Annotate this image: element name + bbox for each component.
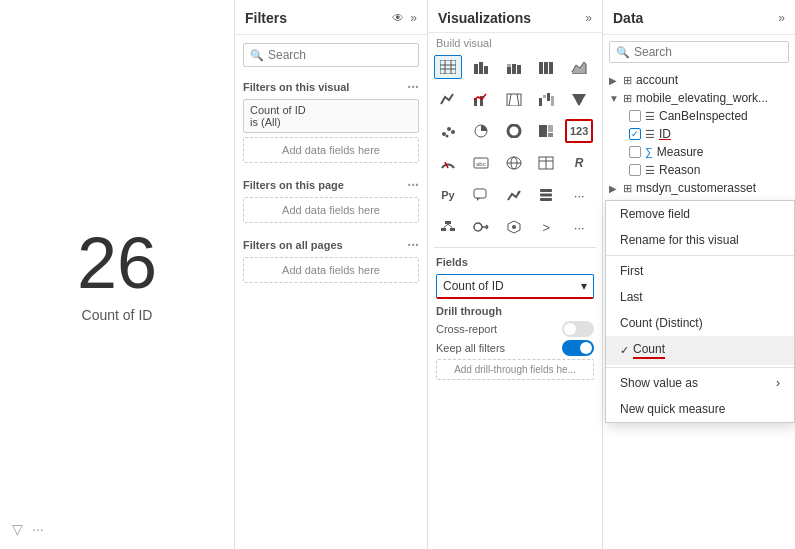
menu-item-last[interactable]: Last <box>606 284 794 310</box>
build-visual-label: Build visual <box>428 33 602 51</box>
menu-item-count[interactable]: ✓ Count <box>606 336 794 365</box>
svg-point-54 <box>474 223 482 231</box>
viz-icon-more[interactable]: ··· <box>565 183 593 207</box>
filter-icon[interactable]: ▽ <box>12 521 23 537</box>
viz-icon-funnel[interactable] <box>565 87 593 111</box>
viz-icon-kpi[interactable] <box>500 183 528 207</box>
viz-header-icons: » <box>585 11 592 25</box>
visualizations-panel: Visualizations » Build visual <box>428 0 603 549</box>
svg-rect-7 <box>484 66 488 74</box>
tree-item-measure[interactable]: ∑ Measure <box>629 143 789 161</box>
drill-through-title: Drill through <box>436 305 594 317</box>
viz-icon-combo[interactable] <box>467 87 495 111</box>
filters-on-visual-label: Filters on this visual <box>243 81 349 93</box>
tree-item-account[interactable]: ▶ ⊞ account <box>609 71 789 89</box>
viz-icon-r[interactable]: R <box>565 151 593 175</box>
svg-rect-20 <box>539 98 542 106</box>
svg-rect-5 <box>474 64 478 74</box>
svg-rect-12 <box>539 62 543 74</box>
viz-icons-row5: Py ··· <box>428 179 602 211</box>
more-icon[interactable]: ··· <box>32 521 44 537</box>
reason-label: Reason <box>659 163 700 177</box>
viz-icon-slicer[interactable] <box>532 183 560 207</box>
viz-icon-pie[interactable] <box>467 119 495 143</box>
viz-icon-ribbon[interactable] <box>500 87 528 111</box>
tree-item-canbe[interactable]: ☰ CanBeInspected <box>629 107 789 125</box>
viz-icon-qna[interactable] <box>467 183 495 207</box>
menu-item-rename[interactable]: Rename for this visual <box>606 227 794 253</box>
filters-on-page-more[interactable]: ··· <box>407 177 419 193</box>
filters-search-box[interactable]: 🔍 <box>243 43 419 67</box>
filter-item-count-id[interactable]: Count of ID is (All) <box>243 99 419 133</box>
filters-on-all-more[interactable]: ··· <box>407 237 419 253</box>
viz-icon-py[interactable]: Py <box>434 183 462 207</box>
add-data-fields-page[interactable]: Add data fields here <box>243 197 419 223</box>
cross-report-toggle[interactable] <box>562 321 594 337</box>
filters-on-visual-more[interactable]: ··· <box>407 79 419 95</box>
viz-icon-area[interactable] <box>565 55 593 79</box>
svg-point-28 <box>446 135 449 138</box>
data-search-input[interactable] <box>634 45 782 59</box>
drill-keep-filters-row: Keep all filters <box>436 340 594 356</box>
menu-item-count-distinct[interactable]: Count (Distinct) <box>606 310 794 336</box>
data-search-box[interactable]: 🔍 <box>609 41 789 63</box>
viz-icon-bar[interactable] <box>467 55 495 79</box>
viz-icon-table2[interactable] <box>532 151 560 175</box>
reason-checkbox[interactable] <box>629 164 641 176</box>
filters-header: Filters 👁 » <box>235 0 427 35</box>
data-expand-icon[interactable]: » <box>778 11 785 25</box>
svg-line-53 <box>448 224 453 228</box>
tree-item-customerasset[interactable]: ▶ ⊞ msdyn_customerasset <box>609 179 789 197</box>
svg-rect-49 <box>445 221 451 224</box>
viz-icon-map[interactable] <box>500 151 528 175</box>
add-data-fields-all[interactable]: Add data fields here <box>243 257 419 283</box>
viz-icons-row3: 123 <box>428 115 602 147</box>
tree-item-reason[interactable]: ☰ Reason <box>629 161 789 179</box>
add-data-fields-visual[interactable]: Add data fields here <box>243 137 419 163</box>
measure-checkbox[interactable] <box>629 146 641 158</box>
tree-item-mobile[interactable]: ▼ ⊞ mobile_elevating_work... <box>609 89 789 107</box>
viz-expand-icon[interactable]: » <box>585 11 592 25</box>
viz-icon-card[interactable]: abc <box>467 151 495 175</box>
viz-icon-number[interactable]: 123 <box>565 119 593 143</box>
viz-icon-more2[interactable]: ··· <box>565 215 593 239</box>
id-checkbox[interactable] <box>629 128 641 140</box>
menu-item-show-value[interactable]: Show value as › <box>606 370 794 396</box>
viz-icon-scatter[interactable] <box>434 119 462 143</box>
viz-icon-stacked-bar[interactable] <box>500 55 528 79</box>
svg-rect-51 <box>450 228 455 231</box>
menu-item-first[interactable]: First <box>606 258 794 284</box>
viz-icon-key-influencer[interactable] <box>467 215 495 239</box>
filters-search-input[interactable] <box>268 48 412 62</box>
filters-on-visual-section: Filters on this visual ··· Count of ID i… <box>235 73 427 171</box>
viz-icon-gauge[interactable] <box>434 151 462 175</box>
add-drill-fields[interactable]: Add drill-through fields he... <box>436 359 594 380</box>
measure-label: Measure <box>657 145 704 159</box>
viz-icon-donut[interactable] <box>500 119 528 143</box>
fields-label: Fields <box>428 252 602 272</box>
viz-icon-treemap[interactable] <box>532 119 560 143</box>
expand-icon[interactable]: » <box>410 11 417 25</box>
menu-item-new-quick-measure[interactable]: New quick measure <box>606 396 794 422</box>
canbe-checkbox[interactable] <box>629 110 641 122</box>
eye-icon[interactable]: 👁 <box>392 11 404 25</box>
tree-item-id[interactable]: ☰ ID <box>629 125 789 143</box>
fields-dropdown[interactable]: Count of ID ▾ <box>436 274 594 299</box>
viz-icon-table[interactable] <box>434 55 462 79</box>
filters-on-all-header: Filters on all pages ··· <box>243 237 419 253</box>
cross-report-label: Cross-report <box>436 323 497 335</box>
keep-filters-toggle[interactable] <box>562 340 594 356</box>
viz-icon-decomp[interactable] <box>434 215 462 239</box>
viz-icons-row2 <box>428 83 602 115</box>
viz-icon-line[interactable] <box>434 87 462 111</box>
mobile-expand-icon: ▼ <box>609 93 623 104</box>
viz-icon-waterfall[interactable] <box>532 87 560 111</box>
menu-item-remove-field[interactable]: Remove field <box>606 201 794 227</box>
viz-icon-chevron[interactable]: > <box>532 215 560 239</box>
viz-icons-row4: abc R <box>428 147 602 179</box>
viz-icon-azure-map[interactable] <box>500 215 528 239</box>
filters-on-page-label: Filters on this page <box>243 179 344 191</box>
reason-field-icon: ☰ <box>645 164 655 177</box>
viz-icon-100-bar[interactable] <box>532 55 560 79</box>
canbe-label: CanBeInspected <box>659 109 748 123</box>
